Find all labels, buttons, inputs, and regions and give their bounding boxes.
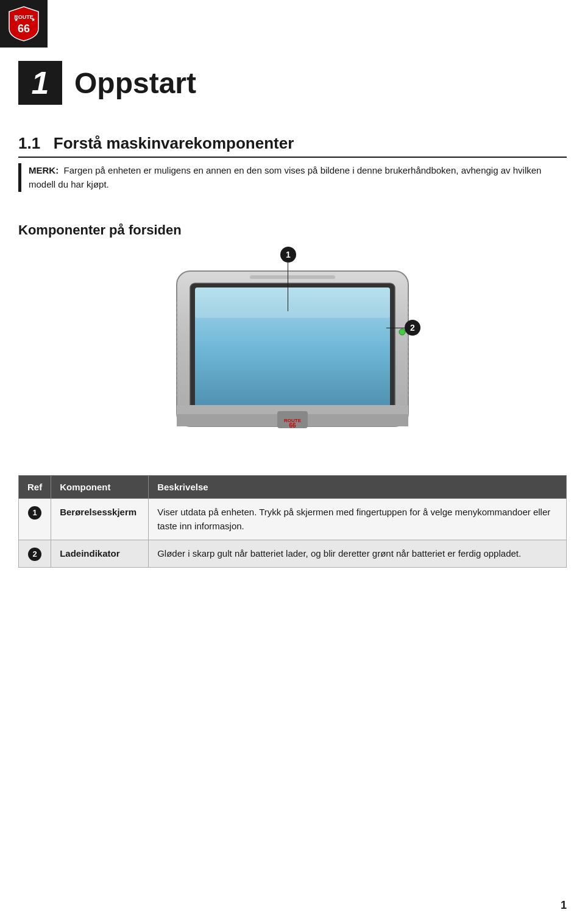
note-bar: [18, 163, 21, 192]
svg-text:66: 66: [289, 422, 296, 429]
callout-1-line: [288, 263, 288, 311]
callout-2-line: [386, 328, 405, 328]
section-heading: 1.1 Forstå maskinvarekomponenter: [18, 134, 567, 158]
description-cell-1: Viser utdata på enheten. Trykk på skjerm…: [149, 499, 567, 540]
page-number: 1: [561, 899, 567, 912]
chapter-title: Oppstart: [74, 66, 196, 100]
col-component: Komponent: [51, 476, 149, 499]
table-header-row: Ref Komponent Beskrivelse: [19, 476, 567, 499]
section-title: Forstå maskinvarekomponenter: [54, 134, 294, 152]
circle-number-1: 1: [28, 506, 41, 520]
subsection-heading: Komponenter på forsiden: [18, 222, 182, 238]
component-cell-1: Berørelsesskjerm: [51, 499, 149, 540]
chapter-block: 1 Oppstart: [18, 61, 196, 105]
svg-text:★: ★: [31, 17, 35, 23]
col-ref: Ref: [19, 476, 51, 499]
col-description: Beskrivelse: [149, 476, 567, 499]
device-illustration: 1 2 ROUTE: [165, 247, 420, 436]
svg-text:★: ★: [14, 17, 18, 23]
chapter-number: 1: [18, 61, 62, 105]
ref-cell-1: 1: [19, 499, 51, 540]
component-cell-2: Ladeindikator: [51, 540, 149, 567]
svg-text:66: 66: [18, 23, 30, 35]
table-row: 1 Berørelsesskjerm Viser utdata på enhet…: [19, 499, 567, 540]
callout-2: 2: [405, 320, 420, 336]
circle-number-2: 2: [28, 548, 41, 561]
description-cell-2: Gløder i skarp gult når batteriet lader,…: [149, 540, 567, 567]
svg-rect-7: [195, 287, 390, 318]
logo-area: ROUTE 66 ★ ★: [0, 0, 48, 48]
info-table: Ref Komponent Beskrivelse 1 Berørelsessk…: [18, 475, 567, 568]
note-body: Fargen på enheten er muligens en annen e…: [29, 165, 541, 189]
section-number: 1.1: [18, 134, 40, 152]
note-block: MERK: Fargen på enheten er muligens en a…: [18, 163, 567, 192]
route66-logo: ROUTE 66 ★ ★: [8, 5, 40, 42]
svg-rect-13: [250, 275, 335, 279]
callout-1: 1: [280, 247, 296, 263]
note-text: MERK: Fargen på enheten er muligens en a…: [29, 163, 567, 192]
gps-device-svg: ROUTE 66: [165, 247, 420, 436]
note-label: MERK:: [29, 165, 58, 175]
table-row: 2 Ladeindikator Gløder i skarp gult når …: [19, 540, 567, 567]
table-area: Ref Komponent Beskrivelse 1 Berørelsessk…: [18, 475, 567, 568]
ref-cell-2: 2: [19, 540, 51, 567]
